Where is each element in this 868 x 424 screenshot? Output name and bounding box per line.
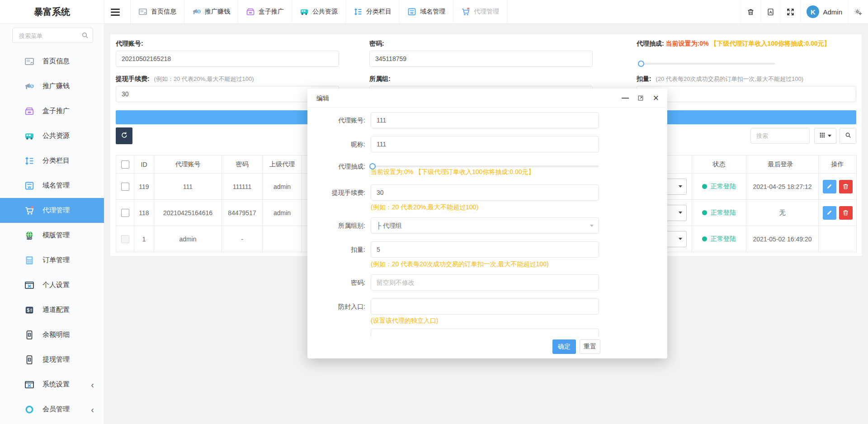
sidebar-item-5[interactable]: w域名管理 — [0, 173, 104, 198]
caret-down-icon — [828, 135, 831, 137]
sidebar-item-11[interactable]: $余额明细 — [0, 322, 104, 347]
delete-row-button[interactable] — [839, 180, 853, 193]
svg-text:w: w — [410, 10, 414, 15]
minimize-icon[interactable]: — — [621, 94, 629, 102]
chevron-left-icon: ‹ — [91, 380, 94, 389]
sidebar-item-label: 订单管理 — [42, 256, 70, 264]
user-menu[interactable]: K Admin — [800, 0, 848, 24]
tab-0[interactable]: 首页信息 — [130, 0, 184, 24]
agent-account-label: 代理账号: — [116, 40, 143, 48]
hamburger-menu-icon[interactable] — [109, 6, 121, 18]
sidebar-item-label: 个人设置 — [42, 281, 70, 289]
cell-id: 119 — [134, 174, 154, 200]
settings-button[interactable] — [848, 0, 868, 24]
status-text: 正常登陆 — [711, 183, 736, 190]
modal-commission-slider[interactable] — [371, 165, 599, 167]
modal-agent-account-label: 代理账号: — [307, 112, 365, 128]
agent-account-input[interactable] — [116, 51, 339, 67]
modal-withdraw-fee-input[interactable] — [371, 184, 599, 201]
tab-6[interactable]: 代理管理 — [453, 0, 507, 24]
table-search-button[interactable] — [840, 128, 856, 144]
top-navbar: 暴富系统 首页信息$推广赚钱盒子推广公共资源分类栏目w域名管理代理管理 A K … — [0, 0, 868, 24]
confirm-button[interactable]: 确定 — [552, 339, 576, 354]
cell-ops — [819, 226, 857, 252]
sidebar-item-12[interactable]: $提现管理 — [0, 347, 104, 372]
sidebar-item-0[interactable]: 首页信息 — [0, 49, 104, 74]
order-icon — [24, 255, 35, 266]
cell-last-login: 无 — [746, 200, 819, 226]
cart-white-icon — [24, 205, 35, 216]
sidebar-item-8[interactable]: 订单管理 — [0, 248, 104, 273]
maximize-icon[interactable] — [637, 94, 645, 102]
edit-dialog: 编辑 — × 代理账号: 昵称: 代理抽成: 当前设置为:0% — [307, 89, 667, 358]
columns-button[interactable] — [814, 128, 836, 144]
cell-id: 1 — [134, 226, 154, 252]
sidebar-item-13[interactable]: 系统设置‹ — [0, 372, 104, 397]
select-all-checkbox[interactable] — [121, 160, 129, 169]
close-icon[interactable]: × — [652, 94, 660, 102]
modal-nickname-input[interactable] — [371, 136, 599, 152]
sidebar-search-box — [12, 28, 93, 43]
domain-icon: w — [407, 7, 416, 16]
status-dot — [702, 184, 707, 189]
sidebar-item-10[interactable]: $通道配置 — [0, 297, 104, 322]
status-dot — [702, 236, 707, 241]
tab-4[interactable]: 分类栏目 — [346, 0, 400, 24]
password-input[interactable] — [369, 51, 593, 67]
tab-2[interactable]: 盒子推广 — [238, 0, 292, 24]
modal-extra-input-clipped[interactable] — [371, 329, 599, 337]
sidebar-item-7[interactable]: HTML模版管理 — [0, 223, 104, 248]
cell-password: - — [222, 226, 263, 252]
deduction-input[interactable] — [637, 86, 856, 102]
modal-password-input[interactable] — [371, 274, 599, 291]
tab-label: 推广赚钱 — [205, 8, 230, 16]
edit-row-button[interactable] — [823, 206, 836, 220]
caret-down-icon — [590, 225, 594, 227]
edit-row-button[interactable] — [823, 180, 836, 193]
delete-row-button[interactable] — [839, 206, 853, 220]
language-button[interactable]: A — [760, 0, 780, 24]
commission-slider[interactable] — [639, 63, 775, 65]
tab-label: 公共资源 — [312, 8, 338, 16]
modal-entry-hint: (设置该代理的独立入口) — [371, 317, 438, 325]
tab-label: 域名管理 — [420, 8, 445, 16]
deduction-hint: (20 代表每20次成功交易的订单扣一次,最大不能超过100) — [656, 75, 804, 82]
row-checkbox[interactable] — [121, 183, 129, 191]
sidebar-item-14[interactable]: 会员管理‹ — [0, 397, 104, 422]
sidebar-item-9[interactable]: 个人设置 — [0, 273, 104, 297]
tab-3[interactable]: 公共资源 — [292, 0, 346, 24]
search-icon — [81, 32, 89, 40]
reset-button[interactable]: 重置 — [580, 339, 600, 354]
sidebar-item-1[interactable]: $推广赚钱 — [0, 74, 104, 99]
modal-deduction-input[interactable] — [371, 241, 599, 258]
sidebar-item-label: 模版管理 — [42, 231, 70, 240]
clear-cache-button[interactable] — [741, 0, 760, 24]
sidebar-search-input[interactable] — [18, 29, 79, 42]
cell-account: 20210425164616 — [154, 200, 222, 226]
modal-entry-input[interactable] — [371, 298, 599, 315]
sidebar-item-3[interactable]: 公共资源 — [0, 123, 104, 148]
withdraw-fee-label-row: 提现手续费: (例如：20 代表20%,最大不能超过100) — [116, 75, 254, 83]
status-text: 正常登陆 — [711, 235, 736, 242]
sidebar-item-4[interactable]: 分类栏目 — [0, 148, 104, 173]
tab-5[interactable]: w域名管理 — [400, 0, 453, 24]
cell-password: 84479517 — [222, 200, 263, 226]
phone-money-icon: $ — [24, 354, 35, 365]
tab-1[interactable]: $推广赚钱 — [184, 0, 238, 24]
withdraw-fee-input[interactable] — [116, 86, 339, 102]
modal-withdraw-fee-label: 提现手续费: — [307, 184, 365, 201]
modal-agent-account-input[interactable] — [371, 112, 599, 128]
commission-slider-handle[interactable] — [638, 61, 644, 67]
ring-icon — [24, 404, 35, 415]
sidebar-item-2[interactable]: 盒子推广 — [0, 99, 104, 123]
modal-group-select-value: ├ 代理组 — [377, 222, 402, 229]
fullscreen-button[interactable] — [780, 0, 800, 24]
caret-down-icon — [679, 238, 682, 240]
refresh-button[interactable] — [116, 127, 132, 144]
modal-group-select[interactable]: ├ 代理组 — [371, 217, 599, 234]
table-search-input[interactable] — [750, 128, 810, 144]
cell-id: 118 — [134, 200, 154, 226]
svg-text:w: w — [27, 184, 31, 189]
row-checkbox[interactable] — [121, 209, 129, 217]
sidebar-item-6[interactable]: 代理管理 — [0, 198, 104, 223]
